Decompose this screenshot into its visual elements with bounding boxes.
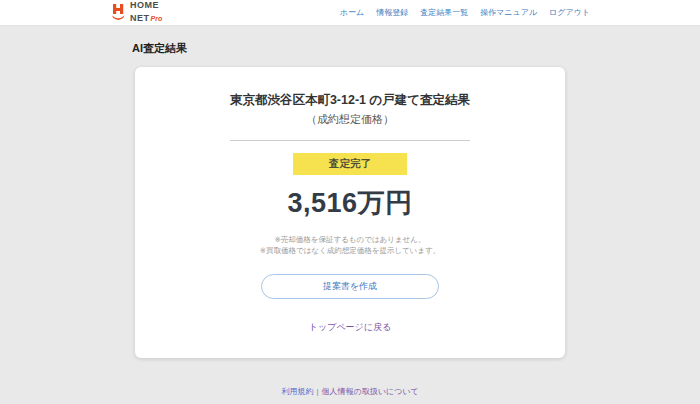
header-nav: ホーム 情報登録 査定結果一覧 操作マニュアル ログアウト: [340, 7, 590, 18]
create-proposal-button[interactable]: 提案書を作成: [261, 274, 439, 299]
logo-text: HOME NETPro: [130, 1, 162, 24]
logo-home-label: HOME: [130, 1, 162, 9]
page-footer: 利用規約|個人情報の取扱いについて: [0, 386, 700, 404]
main-area: AI査定結果 東京都渋谷区本町3-12-1 の戸建て査定結果 （成約想定価格） …: [0, 26, 700, 404]
disclaimer-notes: ※売却価格を保証するものではありません。 ※買取価格ではなく成約想定価格を提示し…: [135, 234, 565, 257]
appraisal-result-card: 東京都渋谷区本町3-12-1 の戸建て査定結果 （成約想定価格） 査定完了 3,…: [135, 67, 565, 358]
nav-item-operation-manual[interactable]: 操作マニュアル: [480, 7, 537, 18]
disclaimer-line-2: ※買取価格ではなく成約想定価格を提示しています。: [135, 245, 565, 256]
privacy-policy-link[interactable]: 個人情報の取扱いについて: [321, 387, 418, 396]
appraisal-price-value: 3,516万円: [135, 185, 565, 221]
logo-net-label: NET: [130, 14, 150, 22]
nav-item-home[interactable]: ホーム: [340, 7, 364, 18]
page-title: AI査定結果: [132, 41, 568, 56]
top-navigation-bar: HOME NETPro ホーム 情報登録 査定結果一覧 操作マニュアル ログアウ…: [0, 0, 700, 26]
nav-item-appraisal-results-list[interactable]: 査定結果一覧: [420, 7, 468, 18]
nav-item-info-register[interactable]: 情報登録: [376, 7, 408, 18]
appraisal-address-heading: 東京都渋谷区本町3-12-1 の戸建て査定結果: [135, 92, 565, 109]
disclaimer-line-1: ※売却価格を保証するものではありません。: [135, 234, 565, 245]
appraisal-price-type-subheading: （成約想定価格）: [135, 112, 565, 127]
nav-item-logout[interactable]: ログアウト: [549, 7, 590, 18]
back-to-top-link[interactable]: トップページに戻る: [309, 322, 391, 332]
homenet-pro-logo[interactable]: HOME NETPro: [110, 1, 162, 24]
status-badge: 査定完了: [293, 153, 407, 175]
card-divider: [230, 140, 470, 141]
logo-pro-label: Pro: [151, 15, 163, 22]
page: HOME NETPro ホーム 情報登録 査定結果一覧 操作マニュアル ログアウ…: [0, 0, 700, 404]
terms-of-use-link[interactable]: 利用規約: [281, 387, 313, 396]
home-h-icon: [110, 3, 127, 21]
footer-separator: |: [316, 387, 318, 396]
